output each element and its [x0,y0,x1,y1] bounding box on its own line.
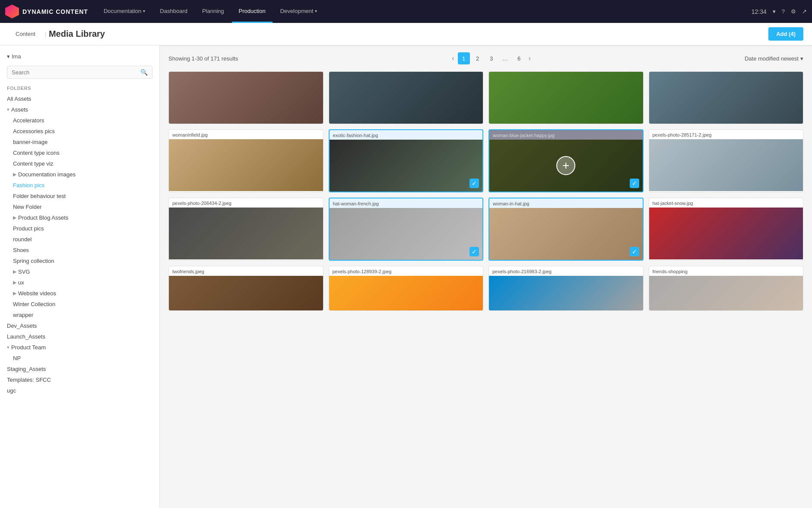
page-ellipsis: … [499,52,511,64]
top-nav: DYNAMIC CONTENT Documentation ▾ Dashboar… [0,0,812,23]
card-title-twofriends: twofriends.jpeg [169,266,323,276]
sort-arrow-icon: ▾ [800,55,803,62]
folder-np[interactable]: NP [0,353,159,364]
folder-svg[interactable]: ▶ SVG [0,266,159,277]
media-card-pexels-128939[interactable]: pexels-photo-128939-2.jpeg [329,266,484,311]
help-icon[interactable]: ? [782,8,785,15]
media-card-pexels-206434[interactable]: pexels-photo-206434-2.jpeg [168,198,324,261]
folder-winter-collection[interactable]: Winter Collection [0,299,159,310]
media-card-womaninfield[interactable]: womaninfield.jpg [168,129,324,192]
expand-icon-product-blog: ▶ [13,215,16,220]
card-image-pexels-128939 [329,276,483,310]
card-image-top-1 [169,72,323,124]
folder-accessories-pics[interactable]: Accessories pics [0,126,159,137]
page-6-button[interactable]: 6 [513,52,525,64]
media-grid: womaninfield.jpg exotic-fashion-hat.jpg … [168,71,803,311]
folder-content-type-viz[interactable]: Content type viz [0,158,159,169]
media-card-hat-jacket-snow[interactable]: hat-jacket-snow.jpg [649,198,804,261]
settings-icon[interactable]: ⚙ [791,8,796,15]
folder-documentation-images[interactable]: ▶ Documentation images [0,169,159,180]
nav-right: 12:34 ▾ ? ⚙ ↗ [752,8,807,15]
logo-icon [5,5,19,19]
media-card-woman-blue-jacket[interactable]: woman-blue-jacket-happy.jpg + ✓ [488,129,644,192]
card-title-friends-shopping: friends-shopping [649,266,803,276]
card-image-exotic-fashion-hat: ✓ [330,140,483,192]
folder-banner-image[interactable]: banner-image [0,137,159,147]
folder-accelerators[interactable]: Accelerators [0,115,159,126]
media-card-pexels-285171[interactable]: pexels-photo-285171-2.jpeg [649,129,804,192]
media-card-top-4[interactable] [649,71,804,124]
page-3-button[interactable]: 3 [485,52,498,64]
page-title: Media Library [49,29,768,39]
nav-production[interactable]: Production [232,0,273,23]
results-info: Showing 1-30 of 171 results [168,55,238,62]
add-button[interactable]: Add (4) [768,27,803,41]
collapse-arrow-icon: ▾ [7,53,10,60]
content-area: Showing 1-30 of 171 results ‹ 1 2 3 … 6 … [160,45,812,508]
folder-product-team[interactable]: ▾ Product Team [0,342,159,353]
media-card-top-2[interactable] [329,71,484,124]
pagination: ‹ 1 2 3 … 6 › [450,52,533,64]
folder-dev-assets[interactable]: Dev_Assets [0,320,159,331]
folder-ugc[interactable]: ugc [0,385,159,396]
sidebar-section-label: Ima [12,53,21,60]
media-card-top-1[interactable] [168,71,324,124]
dropdown-arrow: ▾ [143,9,145,13]
media-card-twofriends[interactable]: twofriends.jpeg [168,266,324,311]
card-title-woman-blue-jacket: woman-blue-jacket-happy.jpg [489,130,643,140]
nav-documentation[interactable]: Documentation ▾ [97,0,152,23]
folder-spring-collection[interactable]: Spring collection [0,256,159,266]
nav-dashboard[interactable]: Dashboard [153,0,194,23]
page-2-button[interactable]: 2 [472,52,484,64]
time-dropdown[interactable]: ▾ [773,8,776,15]
folder-wrapper[interactable]: wrapper [0,310,159,320]
card-title-exotic-fashion-hat: exotic-fashion-hat.jpg [330,130,483,140]
search-input[interactable] [12,69,140,76]
folder-fashion-pics[interactable]: Fashion pics [0,180,159,191]
sidebar: ▾ Ima 🔍 Folders All Assets ▾ Assets Acce… [0,45,160,508]
next-page-button[interactable]: › [527,54,533,63]
folders-label: Folders [0,84,159,93]
folder-content-type-icons[interactable]: Content type icons [0,147,159,158]
page-1-button[interactable]: 1 [458,52,470,64]
folder-shoes[interactable]: Shoes [0,245,159,256]
card-title-pexels-216983: pexels-photo-216983-2.jpeg [489,266,643,276]
sidebar-collapse[interactable]: ▾ Ima [0,51,159,62]
folder-product-pics[interactable]: Product pics [0,223,159,234]
folder-product-blog-assets[interactable]: ▶ Product Blog Assets [0,212,159,223]
folder-all-assets[interactable]: All Assets [0,93,159,104]
folder-website-videos[interactable]: ▶ Website videos [0,288,159,299]
card-title-pexels-206434: pexels-photo-206434-2.jpeg [169,198,323,208]
breadcrumb-path[interactable]: Content [9,27,42,41]
folder-templates-sfcc[interactable]: Templates: SFCC [0,374,159,385]
nav-items: Documentation ▾ Dashboard Planning Produ… [97,0,752,23]
logo-text: DYNAMIC CONTENT [22,8,88,15]
folder-launch-assets[interactable]: Launch_Assets [0,331,159,342]
media-card-friends-shopping[interactable]: friends-shopping [649,266,804,311]
prev-page-button[interactable]: ‹ [450,54,456,63]
card-image-pexels-285171 [649,139,803,191]
media-card-hat-woman-french[interactable]: hat-woman-french.jpg ✓ [329,198,484,261]
folder-roundel[interactable]: roundel [0,234,159,245]
sort-dropdown[interactable]: Date modified newest ▾ [745,55,803,62]
logo[interactable]: DYNAMIC CONTENT [5,5,88,19]
folder-folder-behaviour-test[interactable]: Folder behaviour test [0,191,159,201]
collapse-icon-product-team: ▾ [7,345,10,350]
card-image-top-4 [649,72,803,124]
media-card-top-3[interactable] [488,71,644,124]
folder-staging-assets[interactable]: Staging_Assets [0,364,159,374]
folder-new-folder[interactable]: New Folder [0,201,159,212]
card-title-pexels-128939: pexels-photo-128939-2.jpeg [329,266,483,276]
media-card-exotic-fashion-hat[interactable]: exotic-fashion-hat.jpg ✓ [329,129,484,192]
folder-assets[interactable]: ▾ Assets [0,104,159,115]
nav-planning[interactable]: Planning [195,0,231,23]
card-image-woman-blue-jacket: + ✓ [489,140,643,192]
card-image-hat-jacket-snow [649,208,803,259]
add-overlay-woman-blue-jacket: + [489,140,643,192]
check-badge-exotic: ✓ [469,179,479,188]
media-card-woman-in-hat[interactable]: woman-in-hat.jpg ✓ [488,198,644,261]
media-card-pexels-216983[interactable]: pexels-photo-216983-2.jpeg [488,266,644,311]
folder-ux[interactable]: ▶ ux [0,277,159,288]
export-icon[interactable]: ↗ [802,8,807,15]
nav-development[interactable]: Development ▾ [273,0,324,23]
